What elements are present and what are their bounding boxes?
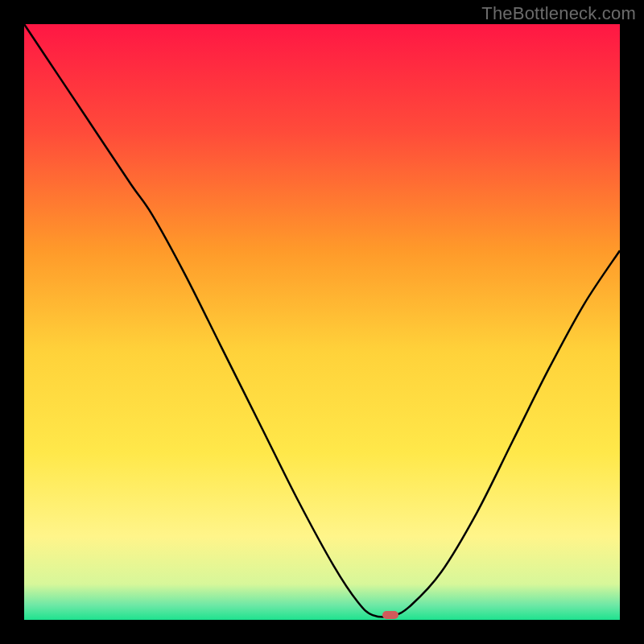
plot-area: [24, 24, 620, 620]
optimum-marker: [382, 611, 398, 619]
attribution-text: TheBottleneck.com: [481, 3, 636, 24]
chart-frame: TheBottleneck.com: [0, 0, 644, 644]
curve-path: [24, 24, 620, 617]
bottleneck-curve: [24, 24, 620, 620]
